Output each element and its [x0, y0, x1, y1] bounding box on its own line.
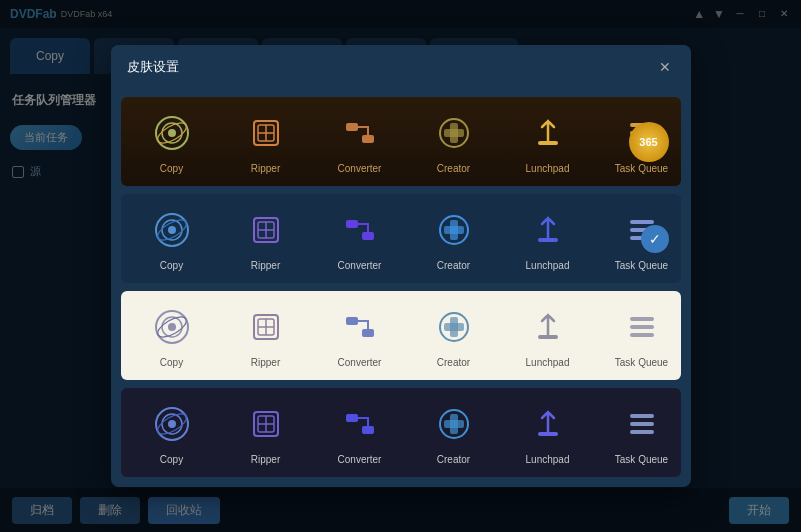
skin-item-converter-3: Converter — [325, 303, 395, 368]
copy-icon-3 — [148, 303, 196, 351]
skin-item-copy-4: Copy — [137, 400, 207, 465]
svg-rect-51 — [630, 317, 654, 321]
svg-rect-33 — [630, 220, 654, 224]
svg-rect-31 — [444, 226, 464, 234]
ripper-label-4: Ripper — [251, 454, 280, 465]
ripper-icon-4 — [242, 400, 290, 448]
skin-item-copy-1: Copy — [137, 109, 207, 174]
ripper-label-1: Ripper — [251, 163, 280, 174]
svg-rect-53 — [630, 333, 654, 337]
skin-item-converter-2: Converter — [325, 206, 395, 271]
converter-label-4: Converter — [338, 454, 382, 465]
converter-icon-1 — [336, 109, 384, 157]
copy-icon-2 — [148, 206, 196, 254]
skin-item-ripper-2: Ripper — [231, 206, 301, 271]
svg-rect-8 — [346, 123, 358, 131]
modal-close-button[interactable]: ✕ — [655, 57, 675, 77]
ripper-icon-2 — [242, 206, 290, 254]
taskqueue-icon-3 — [618, 303, 666, 351]
skin-row-light[interactable]: Copy Ripper — [121, 291, 681, 380]
skin-item-lunchpad-4: Lunchpad — [513, 400, 583, 465]
taskqueue-label-4: Task Queue — [615, 454, 668, 465]
svg-rect-26 — [346, 220, 358, 228]
lunchpad-icon-1 — [524, 109, 572, 157]
taskqueue-label-2: Task Queue — [615, 260, 668, 271]
creator-icon-4 — [430, 400, 478, 448]
skin-row-dark-gold[interactable]: Copy Ripper — [121, 97, 681, 186]
copy-icon-4 — [148, 400, 196, 448]
skin-item-lunchpad-2: Lunchpad — [513, 206, 583, 271]
lunchpad-icon-4 — [524, 400, 572, 448]
svg-rect-44 — [346, 317, 358, 325]
skin-item-copy-3: Copy — [137, 303, 207, 368]
creator-label-4: Creator — [437, 454, 470, 465]
svg-point-2 — [168, 129, 176, 137]
ripper-icon-1 — [242, 109, 290, 157]
skin-settings-modal: 皮肤设置 ✕ Copy — [111, 45, 691, 487]
svg-rect-69 — [630, 414, 654, 418]
lunchpad-icon-3 — [524, 303, 572, 351]
ripper-icon-3 — [242, 303, 290, 351]
copy-icon-1 — [148, 109, 196, 157]
copy-label-3: Copy — [160, 357, 183, 368]
svg-point-20 — [168, 226, 176, 234]
svg-rect-14 — [538, 141, 558, 145]
converter-label-3: Converter — [338, 357, 382, 368]
skin-item-ripper-3: Ripper — [231, 303, 301, 368]
converter-label-1: Converter — [338, 163, 382, 174]
skin-item-converter-4: Converter — [325, 400, 395, 465]
skin-item-taskqueue-4: Task Queue — [607, 400, 677, 465]
taskqueue-label-1: Task Queue — [615, 163, 668, 174]
copy-label-4: Copy — [160, 454, 183, 465]
copy-label-1: Copy — [160, 163, 183, 174]
lunchpad-label-2: Lunchpad — [526, 260, 570, 271]
lunchpad-label-3: Lunchpad — [526, 357, 570, 368]
converter-icon-3 — [336, 303, 384, 351]
skin-item-ripper-1: Ripper — [231, 109, 301, 174]
creator-icon-3 — [430, 303, 478, 351]
svg-rect-68 — [538, 432, 558, 436]
skin-item-copy-2: Copy — [137, 206, 207, 271]
skin-row-dark-blue[interactable]: Copy Ripper — [121, 194, 681, 283]
creator-icon-2 — [430, 206, 478, 254]
skin-row-dark-purple[interactable]: Copy Ripper — [121, 388, 681, 477]
app-window: DVDFab DVDFab x64 ▲ ▼ ─ □ ✕ Copy Ripper … — [0, 0, 801, 532]
ripper-label-2: Ripper — [251, 260, 280, 271]
lunchpad-label-4: Lunchpad — [526, 454, 570, 465]
ripper-label-3: Ripper — [251, 357, 280, 368]
creator-label-3: Creator — [437, 357, 470, 368]
skin-item-creator-3: Creator — [419, 303, 489, 368]
lunchpad-icon-2 — [524, 206, 572, 254]
modal-overlay: 皮肤设置 ✕ Copy — [0, 0, 801, 532]
converter-icon-4 — [336, 400, 384, 448]
converter-label-2: Converter — [338, 260, 382, 271]
svg-rect-50 — [538, 335, 558, 339]
creator-label-1: Creator — [437, 163, 470, 174]
skin-item-creator-2: Creator — [419, 206, 489, 271]
skin-item-lunchpad-1: Lunchpad — [513, 109, 583, 174]
skin-item-lunchpad-3: Lunchpad — [513, 303, 583, 368]
svg-point-38 — [168, 323, 176, 331]
svg-rect-32 — [538, 238, 558, 242]
svg-rect-49 — [444, 323, 464, 331]
taskqueue-label-3: Task Queue — [615, 357, 668, 368]
modal-header: 皮肤设置 ✕ — [111, 45, 691, 87]
svg-rect-67 — [444, 420, 464, 428]
skin-item-ripper-4: Ripper — [231, 400, 301, 465]
svg-point-56 — [168, 420, 176, 428]
creator-label-2: Creator — [437, 260, 470, 271]
svg-rect-62 — [346, 414, 358, 422]
svg-rect-70 — [630, 422, 654, 426]
copy-label-2: Copy — [160, 260, 183, 271]
selected-badge: ✓ — [641, 225, 669, 253]
badge-number: 365 — [639, 136, 657, 148]
skin-item-creator-4: Creator — [419, 400, 489, 465]
svg-rect-52 — [630, 325, 654, 329]
modal-title: 皮肤设置 — [127, 58, 179, 76]
converter-icon-2 — [336, 206, 384, 254]
svg-rect-13 — [444, 129, 464, 137]
creator-icon-1 — [430, 109, 478, 157]
skin-item-taskqueue-3: Task Queue — [607, 303, 677, 368]
skin-item-converter-1: Converter — [325, 109, 395, 174]
lunchpad-label-1: Lunchpad — [526, 163, 570, 174]
